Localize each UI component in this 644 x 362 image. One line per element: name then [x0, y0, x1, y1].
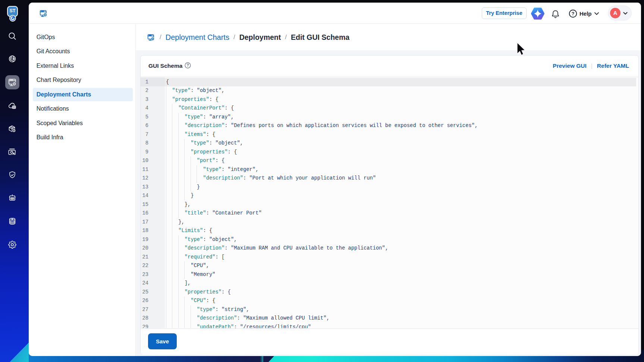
svg-text:?: ? [572, 11, 575, 16]
svg-text:?: ? [186, 63, 189, 67]
